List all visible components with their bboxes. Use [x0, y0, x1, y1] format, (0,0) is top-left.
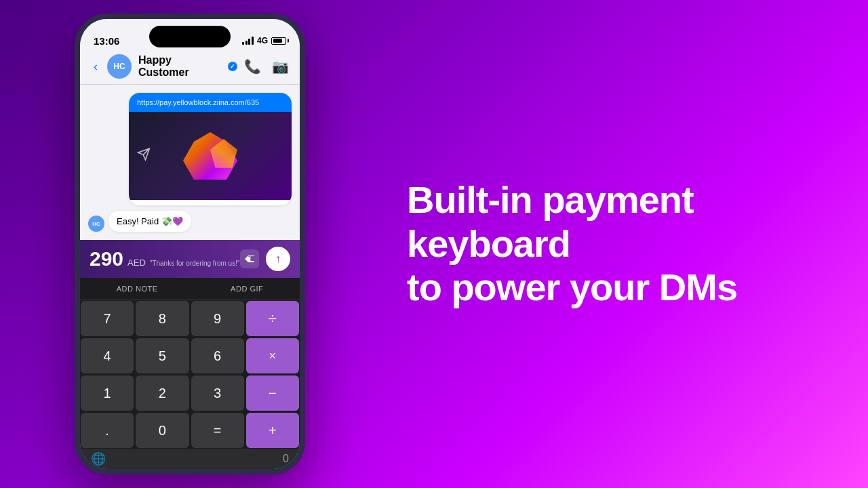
key-2[interactable]: 2: [136, 375, 189, 411]
messages-area: https://pay.yellowblock.ziina.com/635: [80, 85, 300, 240]
bottom-key-0[interactable]: 0: [283, 453, 289, 465]
volume-down-button: [75, 131, 76, 152]
nav-actions: 📞 📷: [244, 58, 289, 75]
network-type: 4G: [257, 36, 268, 45]
response-text: Easy! Paid 💸💜: [117, 216, 183, 226]
key-plus[interactable]: +: [246, 413, 299, 448]
verified-badge: ✓: [228, 62, 237, 71]
payment-bubble: https://pay.yellowblock.ziina.com/635: [129, 93, 292, 205]
amount-number: 290: [90, 247, 123, 270]
battery-fill: [273, 39, 283, 43]
amount-bar: 290 AED "Thanks for ordering from us!" ↑: [80, 240, 300, 278]
key-minus[interactable]: −: [246, 375, 299, 411]
video-icon[interactable]: 📷: [272, 58, 289, 75]
share-icon: [137, 148, 151, 165]
phone-icon[interactable]: 📞: [244, 58, 261, 75]
key-3[interactable]: 3: [191, 375, 244, 411]
phone-content: 13:06 4G ‹ HC Happy Customer ✓: [80, 19, 300, 469]
response-bubble: Easy! Paid 💸💜: [108, 211, 191, 232]
key-divide[interactable]: ÷: [246, 301, 299, 336]
send-payment-button[interactable]: ↑: [266, 247, 290, 271]
signal-bars: [242, 37, 254, 45]
keyboard-partial: 🌐 0: [80, 449, 300, 469]
battery-icon: [271, 37, 286, 45]
key-8[interactable]: 8: [136, 301, 189, 336]
key-1[interactable]: 1: [81, 375, 134, 411]
keyboard-options: ADD NOTE ADD GIF: [80, 278, 300, 300]
key-0[interactable]: 0: [136, 413, 189, 448]
text-area: Built-in payment keyboard to power your …: [380, 138, 868, 350]
power-button: [304, 114, 305, 161]
key-6[interactable]: 6: [191, 338, 244, 373]
amount-display: 290 AED "Thanks for ordering from us!": [90, 247, 240, 270]
key-4[interactable]: 4: [81, 338, 134, 373]
dynamic-island: [149, 26, 231, 47]
key-multiply[interactable]: ×: [246, 338, 299, 373]
status-icons: 4G: [242, 36, 286, 45]
globe-icon[interactable]: 🌐: [91, 451, 106, 466]
volume-up-button: [75, 100, 76, 122]
key-equals[interactable]: =: [191, 413, 244, 448]
crystal-decoration: [176, 129, 244, 183]
payment-url: https://pay.yellowblock.ziina.com/635: [129, 93, 292, 112]
status-time: 13:06: [94, 35, 119, 47]
headline: Built-in payment keyboard to power your …: [407, 178, 737, 309]
sender-avatar: HC: [88, 216, 104, 232]
payment-image: [129, 112, 292, 200]
numpad: 7 8 9 ÷ 4 5 6 × 1 2 3 − . 0: [80, 300, 300, 449]
amount-currency: AED: [127, 258, 146, 268]
add-gif-option[interactable]: ADD GIF: [217, 282, 277, 296]
headline-line3: to power your DMs: [407, 266, 737, 309]
headline-line1: Built-in payment: [407, 178, 737, 222]
phone-frame: 13:06 4G ‹ HC Happy Customer ✓: [75, 14, 305, 474]
contact-name: Happy Customer ✓: [138, 54, 237, 79]
key-7[interactable]: 7: [81, 301, 134, 336]
amount-actions: ↑: [240, 247, 290, 271]
delete-button[interactable]: [240, 249, 259, 268]
avatar: HC: [107, 54, 132, 79]
key-5[interactable]: 5: [136, 338, 189, 373]
headline-line2: keyboard: [407, 222, 737, 266]
payment-keyboard: 290 AED "Thanks for ordering from us!" ↑: [80, 240, 300, 469]
key-9[interactable]: 9: [191, 301, 244, 336]
back-button[interactable]: ‹: [91, 57, 100, 77]
amount-note: "Thanks for ordering from us!": [150, 260, 240, 267]
phone-area: 13:06 4G ‹ HC Happy Customer ✓: [0, 0, 380, 488]
contact-name-text: Happy Customer: [138, 54, 225, 79]
add-note-option[interactable]: ADD NOTE: [103, 282, 172, 296]
payment-info: Your order at YellowBlock: 635 AED Yello…: [129, 200, 292, 205]
response-row: HC Easy! Paid 💸💜: [88, 211, 191, 232]
key-dot[interactable]: .: [81, 413, 134, 448]
